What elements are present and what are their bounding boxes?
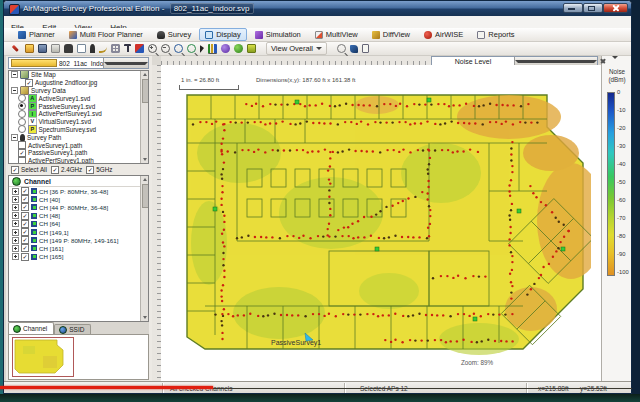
scroll-up-icon[interactable] — [143, 178, 147, 181]
image-icon[interactable] — [77, 44, 86, 53]
zoom-extents-icon[interactable] — [187, 44, 196, 53]
checkbox[interactable] — [21, 220, 29, 228]
marker-icon[interactable] — [247, 44, 256, 53]
expand-icon[interactable] — [12, 220, 19, 227]
checkbox[interactable] — [21, 203, 29, 211]
checkbox[interactable] — [21, 212, 29, 220]
checkbox[interactable] — [21, 236, 29, 244]
checkbox[interactable] — [18, 149, 26, 157]
checkbox[interactable] — [21, 228, 29, 236]
tree-node-survey-path[interactable]: Survey Path — [9, 133, 148, 141]
expand-icon[interactable] — [12, 237, 19, 244]
multiview-button[interactable]: MultiView — [309, 28, 364, 41]
view-overall-selector[interactable]: View Overall — [266, 42, 327, 55]
pencil-icon[interactable] — [12, 45, 19, 52]
walking-survey-icon[interactable] — [90, 44, 95, 53]
channel-row[interactable]: CH [44 P: 80MHz, 36-48] — [9, 203, 148, 211]
tab-ssid[interactable]: SSID — [54, 324, 91, 334]
diffview-button[interactable]: DiffView — [366, 28, 416, 41]
collapse-icon[interactable] — [11, 87, 18, 94]
checkbox[interactable] — [18, 157, 26, 164]
checkbox[interactable] — [86, 166, 94, 174]
refresh-icon[interactable] — [337, 44, 346, 53]
channel-row[interactable]: CH [64] — [9, 220, 148, 228]
sphere-green-icon[interactable] — [234, 44, 243, 53]
channel-scrollbar[interactable] — [140, 176, 148, 321]
expand-icon[interactable] — [12, 196, 19, 203]
text-tool-icon[interactable] — [124, 44, 131, 53]
expand-icon[interactable] — [12, 204, 19, 211]
scroll-down-icon[interactable] — [143, 158, 147, 161]
radio[interactable] — [18, 118, 26, 126]
grid-icon[interactable] — [111, 44, 120, 53]
expand-icon[interactable] — [12, 253, 19, 260]
clipboard-icon[interactable] — [362, 44, 369, 53]
tree-item-spectrum-survey[interactable]: P SpectrumSurvey.svd — [9, 126, 148, 134]
open-project-icon[interactable] — [25, 44, 34, 53]
radio[interactable] — [18, 94, 26, 102]
display-button[interactable]: Display — [199, 28, 247, 41]
tree-item-floor-image[interactable]: Augustine 2ndfloor.jpg — [9, 79, 148, 87]
tab-channel[interactable]: Channel — [8, 322, 54, 334]
expand-icon[interactable] — [12, 212, 19, 219]
channel-row[interactable]: CH [40] — [9, 195, 148, 203]
tree-scrollbar[interactable] — [140, 71, 148, 163]
checkbox[interactable] — [18, 141, 26, 149]
expand-icon[interactable] — [12, 229, 19, 236]
channel-row[interactable]: CH [165] — [9, 253, 148, 261]
filter-5ghz[interactable]: 5GHz — [86, 166, 112, 174]
collapse-icon[interactable] — [11, 71, 18, 78]
tree-node-site-map[interactable]: Site Map — [9, 71, 148, 79]
path-curve-icon[interactable] — [99, 45, 107, 53]
sphere-purple-icon[interactable] — [221, 44, 230, 53]
reports-button[interactable]: Reports — [471, 28, 520, 41]
signature-pen-icon[interactable] — [350, 45, 358, 53]
radio[interactable] — [18, 125, 26, 133]
checkbox[interactable] — [51, 166, 59, 174]
multi-floor-planner-button[interactable]: Multi Floor Planner — [63, 28, 149, 41]
checkbox[interactable] — [21, 244, 29, 252]
scrollbar-thumb[interactable] — [142, 184, 149, 208]
channel-row[interactable]: CH [149,1] — [9, 228, 148, 236]
color-legend-icon[interactable] — [135, 44, 144, 53]
expand-icon[interactable] — [12, 188, 19, 195]
tree-item-passive-path[interactable]: PassiveSurvey1.path — [9, 149, 148, 157]
channel-row[interactable]: CH [149 P: 80MHz, 149-161] — [9, 236, 148, 244]
channel-row[interactable]: CH [161] — [9, 244, 148, 252]
checkbox[interactable] — [21, 253, 29, 261]
checkbox[interactable] — [21, 187, 29, 195]
binoculars-icon[interactable] — [64, 44, 73, 53]
minimize-button[interactable] — [563, 3, 583, 13]
channel-row[interactable]: CH [36 P: 80MHz, 36-48] — [9, 187, 148, 195]
print-icon[interactable] — [51, 44, 60, 53]
radio[interactable] — [18, 110, 26, 118]
expand-icon[interactable] — [12, 245, 19, 252]
signal-chart-icon[interactable] — [208, 44, 217, 54]
collapse-icon[interactable] — [11, 134, 18, 141]
scroll-up-icon[interactable] — [143, 73, 147, 76]
filter-24ghz[interactable]: 2.4GHz — [51, 166, 82, 174]
radio[interactable] — [18, 102, 26, 110]
floor-plan-heatmap[interactable]: PassiveSurvey1 — [179, 91, 591, 363]
planner-button[interactable]: Planner — [12, 28, 61, 41]
zoom-out-icon[interactable] — [161, 44, 170, 53]
zoom-window-icon[interactable] — [174, 44, 183, 53]
legend-close-button[interactable] — [599, 57, 606, 64]
simulation-button[interactable]: Simulation — [249, 28, 307, 41]
survey-button[interactable]: Survey — [151, 28, 197, 41]
project-selector[interactable]: 802_11ac_Indoor.svp — [8, 57, 149, 69]
pointer-icon[interactable] — [200, 45, 204, 53]
airwise-button[interactable]: AirWISE — [418, 28, 469, 41]
map-canvas[interactable]: 1 in. = 26.80 ft Dimensions(x,y): 187.60… — [161, 65, 601, 381]
tree-item-active-path[interactable]: ActiveSurvey1.path — [9, 141, 148, 149]
tree-item-activeperf-path[interactable]: ActivePerfSurvey1.path — [9, 157, 148, 164]
save-icon[interactable] — [38, 44, 47, 53]
zoom-in-icon[interactable] — [148, 44, 157, 53]
scroll-down-icon[interactable] — [143, 316, 147, 319]
close-button[interactable] — [603, 3, 628, 13]
select-all-filter[interactable]: Select All — [11, 166, 47, 174]
checkbox[interactable] — [11, 166, 19, 174]
project-selector-dropdown[interactable] — [103, 58, 148, 68]
scrollbar-thumb[interactable] — [142, 79, 149, 103]
maximize-button[interactable] — [583, 3, 603, 13]
